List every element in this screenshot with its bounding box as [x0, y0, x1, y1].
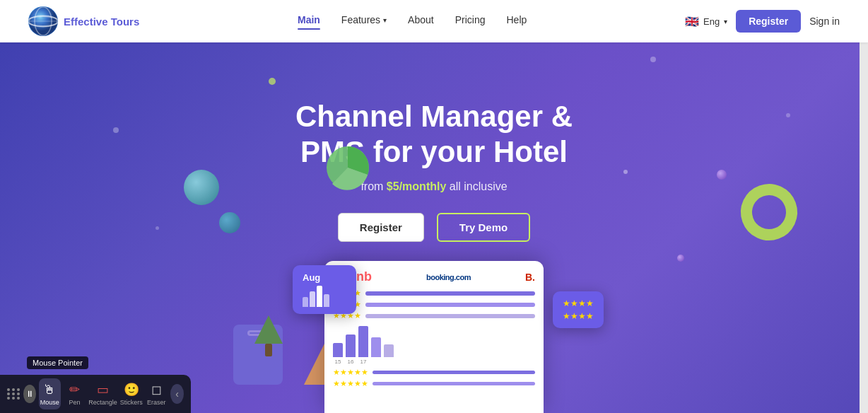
toolbar-collapse-button[interactable]: ‹ — [170, 384, 184, 404]
deco-torus — [733, 176, 806, 249]
deco-sphere-teal-sm — [219, 212, 240, 233]
lang-chevron-icon: ▾ — [724, 18, 727, 25]
stickers-icon: 🙂 — [124, 382, 139, 397]
booking-logo: booking.com — [426, 273, 471, 281]
nav-main[interactable]: Main — [298, 14, 320, 28]
flag-icon: 🇬🇧 — [685, 15, 699, 28]
collapse-icon: ‹ — [175, 388, 179, 400]
register-button[interactable]: Register — [736, 10, 801, 33]
rectangle-icon: ▭ — [97, 382, 109, 397]
toolbar-stickers-button[interactable]: 🙂 Stickers — [120, 378, 143, 409]
nav-about[interactable]: About — [408, 14, 434, 28]
pause-icon: ⏸ — [25, 389, 34, 399]
svg-point-0 — [29, 7, 57, 35]
hero-section: Channel Manager & PMS for your Hotel fro… — [0, 42, 868, 413]
bar-2 — [365, 303, 535, 307]
deco-dot-1 — [269, 78, 276, 85]
mini-bar-5 — [384, 344, 394, 357]
nav-help[interactable]: Help — [507, 14, 527, 28]
pen-icon: ✏ — [69, 382, 80, 397]
hero-demo-button[interactable]: Try Demo — [437, 213, 530, 242]
toolbar-rectangle-button[interactable]: ▭ Rectangle — [88, 378, 117, 409]
mini-bar-4 — [371, 337, 381, 357]
deco-dot-5 — [156, 226, 159, 230]
overlay-card-right: ★★★★ ★★★★ — [553, 291, 604, 328]
toolbar-grid-button[interactable] — [7, 378, 20, 409]
dashboard-card: airbnb booking.com B. ★★★★ ★★★★ ★★★★ 15 — [324, 261, 544, 413]
svg-point-2 — [29, 16, 57, 27]
mini-bar-3 — [358, 326, 368, 357]
overlay-mini-chart — [303, 286, 346, 307]
eraser-icon: ◻ — [151, 382, 162, 397]
hero-register-button[interactable]: Register — [338, 213, 424, 242]
lang-label: Eng — [703, 16, 720, 27]
deco-sphere-purple-sm — [717, 170, 727, 180]
signin-button[interactable]: Sign in — [809, 16, 840, 27]
deco-dot-2 — [113, 127, 119, 133]
navbar: Effective Tours Main Features ▾ About Pr… — [0, 0, 868, 42]
logo-area: Effective Tours — [28, 6, 139, 36]
chart-dates: 15 16 17 — [333, 359, 535, 365]
grid-icon — [7, 388, 20, 400]
deco-dot-4 — [650, 57, 656, 62]
hero-buttons: Register Try Demo — [338, 213, 530, 242]
stars-row-5: ★★★★★ — [333, 379, 368, 388]
nav-features[interactable]: Features ▾ — [341, 14, 387, 28]
toolbar-mouse-button[interactable]: 🖱 Mouse — [39, 378, 61, 409]
stars-row-4: ★★★★★ — [333, 368, 368, 377]
bar-4 — [373, 371, 535, 374]
language-selector[interactable]: 🇬🇧 Eng ▾ — [685, 15, 727, 28]
deco-sphere-cyan — [184, 170, 219, 205]
deco-dot-3 — [623, 170, 628, 174]
hero-subtitle: from $5/monthly all inclusive — [360, 180, 507, 193]
drawing-toolbar: ⏸ 🖱 Mouse ✏ Pen ▭ Rectangle 🙂 Stickers ◻… — [0, 375, 191, 413]
deco-sphere-purple-xs — [677, 255, 684, 262]
logo-text: Effective Tours — [64, 16, 139, 28]
mini-bar-2 — [346, 335, 356, 357]
deco-tree — [254, 315, 283, 356]
bar-1 — [365, 291, 535, 296]
mini-bar-1 — [333, 343, 343, 357]
main-nav: Main Features ▾ About Pricing Help — [298, 14, 527, 28]
nav-pricing[interactable]: Pricing — [455, 14, 486, 28]
deco-pie-chart — [325, 145, 371, 191]
navbar-right: 🇬🇧 Eng ▾ Register Sign in — [685, 10, 840, 33]
toolbar-pen-button[interactable]: ✏ Pen — [64, 378, 86, 409]
features-chevron-icon: ▾ — [383, 16, 387, 24]
toolbar-pause-button[interactable]: ⏸ — [23, 385, 36, 403]
mouse-icon: 🖱 — [43, 383, 56, 397]
bar-5 — [373, 382, 535, 385]
logo-globe-icon — [28, 6, 58, 36]
deco-dot-6 — [786, 113, 790, 117]
toolbar-eraser-button[interactable]: ◻ Eraser — [146, 378, 168, 409]
bar-3 — [365, 314, 535, 318]
b-logo: B. — [525, 272, 535, 283]
price-text: $5/monthly — [387, 180, 446, 192]
scrollbar[interactable] — [860, 0, 868, 413]
overlay-card-left: Aug — [293, 265, 356, 314]
